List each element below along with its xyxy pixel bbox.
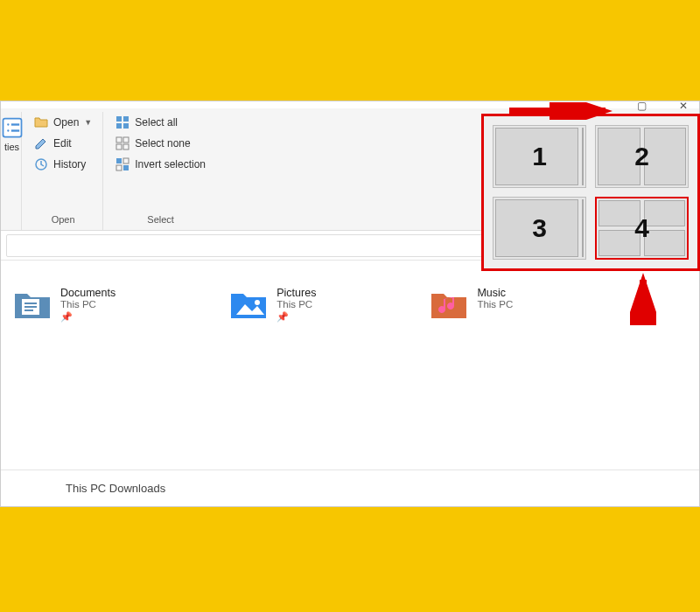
folder-meta: Music This PC <box>477 287 513 309</box>
properties-icon <box>0 115 24 140</box>
close-button[interactable]: ✕ <box>671 100 696 112</box>
svg-rect-15 <box>123 158 129 163</box>
select-all-label: Select all <box>135 116 178 129</box>
edit-icon <box>34 136 48 150</box>
documents-folder-icon <box>13 287 52 322</box>
annotation-arrow-top <box>509 102 623 120</box>
svg-rect-17 <box>123 165 129 170</box>
svg-rect-12 <box>116 144 122 150</box>
history-icon <box>34 157 48 171</box>
pin-icon: 📌 <box>276 311 316 323</box>
svg-rect-20 <box>24 306 37 308</box>
snap-label: 4 <box>634 213 649 243</box>
window-controls: ▢ ✕ <box>629 100 696 112</box>
svg-rect-11 <box>123 137 129 143</box>
svg-point-1 <box>7 123 9 125</box>
svg-rect-10 <box>116 137 122 143</box>
edit-button[interactable]: Edit <box>31 135 95 152</box>
svg-rect-7 <box>123 116 129 122</box>
snap-cell <box>582 128 584 185</box>
invert-selection-button[interactable]: Invert selection <box>112 156 209 173</box>
properties-label-partial: ties <box>4 142 19 152</box>
snap-cell <box>582 199 584 257</box>
folder-item-pictures[interactable]: Pictures This PC 📌 <box>229 287 316 323</box>
pin-icon: 📌 <box>60 311 116 323</box>
invert-selection-icon <box>116 157 130 171</box>
svg-rect-0 <box>3 119 21 137</box>
status-text: This PC Downloads <box>66 482 165 495</box>
open-dropdown-caret: ▼ <box>84 118 92 127</box>
status-bar: This PC Downloads <box>1 469 699 506</box>
select-none-button[interactable]: Select none <box>112 135 209 152</box>
folder-location: This PC <box>276 299 316 309</box>
svg-point-23 <box>255 300 260 305</box>
folder-meta: Documents This PC 📌 <box>60 287 116 323</box>
invert-selection-label: Invert selection <box>135 158 206 170</box>
select-none-icon <box>116 136 130 150</box>
snap-layout-option-2[interactable]: 2 <box>595 125 689 188</box>
svg-rect-14 <box>116 158 122 163</box>
select-none-label: Select none <box>135 137 190 150</box>
history-label: History <box>53 158 86 170</box>
svg-point-3 <box>7 129 9 131</box>
folder-name: Documents <box>60 287 116 299</box>
select-all-button[interactable]: Select all <box>112 114 209 131</box>
folder-meta: Pictures This PC 📌 <box>276 287 316 323</box>
svg-rect-13 <box>123 144 129 150</box>
folder-item-documents[interactable]: Documents This PC 📌 <box>13 287 116 323</box>
music-folder-icon <box>430 287 468 322</box>
open-group-label: Open <box>52 214 75 228</box>
ribbon-group-properties-partial: ties <box>3 112 22 230</box>
snap-layout-option-1[interactable]: 1 <box>493 125 586 188</box>
folder-name: Music <box>477 287 513 299</box>
ribbon-group-open: Open ▼ Edit History Open <box>24 112 103 230</box>
snap-layout-option-3[interactable]: 3 <box>493 197 586 260</box>
open-icon <box>34 115 48 129</box>
snap-layouts-popup: 1 2 3 4 <box>481 114 700 271</box>
folder-location: This PC <box>477 299 513 309</box>
folder-location: This PC <box>60 299 116 309</box>
svg-rect-8 <box>116 123 122 129</box>
svg-rect-4 <box>10 129 18 131</box>
maximize-button[interactable]: ▢ <box>629 100 654 112</box>
snap-cell <box>644 200 686 226</box>
svg-rect-6 <box>116 116 122 122</box>
open-label: Open <box>53 116 79 129</box>
pictures-folder-icon <box>229 287 268 322</box>
svg-rect-21 <box>24 309 33 311</box>
open-button[interactable]: Open ▼ <box>31 114 95 131</box>
folder-name: Pictures <box>276 287 316 299</box>
snap-label: 1 <box>532 142 547 171</box>
snap-label: 2 <box>634 142 649 171</box>
svg-rect-9 <box>123 123 129 129</box>
svg-rect-16 <box>116 165 122 170</box>
annotation-arrow-bottom <box>630 273 656 325</box>
svg-rect-2 <box>10 123 18 125</box>
history-button[interactable]: History <box>31 156 95 173</box>
svg-rect-19 <box>24 303 37 304</box>
folder-item-music[interactable]: Music This PC <box>430 287 513 323</box>
select-group-label: Select <box>147 214 174 228</box>
snap-layout-option-4[interactable]: 4 <box>595 197 689 260</box>
ribbon-group-select: Select all Select none Invert selection … <box>105 112 216 230</box>
snap-cell <box>644 128 687 185</box>
content-area: Documents This PC 📌 Pictures This PC 📌 M… <box>1 261 699 331</box>
snap-cell <box>644 230 686 256</box>
select-all-icon <box>116 115 130 129</box>
snap-label: 3 <box>532 213 547 243</box>
edit-label: Edit <box>53 137 72 150</box>
